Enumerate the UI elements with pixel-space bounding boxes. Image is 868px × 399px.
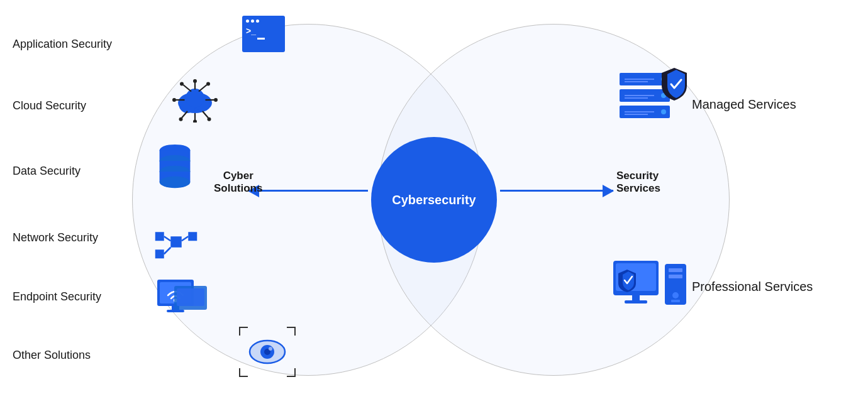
svg-rect-38 [167,310,184,312]
label-network-security: Network Security [13,231,98,244]
arrow-left [248,190,368,192]
svg-point-13 [214,98,218,102]
svg-line-31 [182,236,189,241]
center-circle: Cybersecurity [371,137,497,263]
terminal-icon: >_ [242,16,285,52]
label-application-security: Application Security [13,38,112,51]
endpoint-icon-wrap [154,276,211,326]
svg-point-15 [179,118,183,121]
endpoint-icon [154,276,211,324]
label-other-solutions: Other Solutions [13,349,91,362]
computer-shield-icon [613,261,689,314]
terminal-dot-2 [251,19,254,23]
svg-rect-32 [155,249,164,258]
svg-line-6 [183,85,191,92]
svg-point-54 [661,109,666,114]
svg-point-26 [160,177,191,189]
svg-rect-59 [632,295,640,300]
svg-rect-60 [625,300,647,303]
svg-point-17 [208,118,211,121]
database-icon [156,143,194,190]
label-cloud-security: Cloud Security [13,99,86,112]
label-endpoint-security: Endpoint Security [13,290,101,303]
svg-point-3 [186,89,204,107]
terminal-dot-1 [246,19,249,23]
bracket-bl [239,368,248,377]
svg-line-30 [164,236,171,241]
server-shield-icon-wrap [620,68,689,127]
svg-point-9 [206,82,210,86]
scan-icon-wrap [239,327,296,377]
svg-rect-29 [188,232,197,241]
network-icon [154,220,198,264]
terminal-cursor [257,38,265,40]
svg-rect-65 [671,300,680,302]
cyber-solutions-label: CyberSolutions [214,170,262,195]
label-managed-services: Managed Services [692,97,796,112]
svg-line-8 [199,85,207,92]
terminal-icon-wrap: >_ [242,16,285,52]
security-services-label: SecurityServices [616,170,660,195]
svg-point-5 [193,79,197,83]
cloud-icon-wrap [167,75,223,125]
arrow-right [500,190,613,192]
bracket-br [287,368,296,377]
label-data-security: Data Security [13,165,81,178]
label-professional-services: Professional Services [692,280,813,294]
svg-rect-40 [177,288,204,306]
svg-line-16 [203,111,208,118]
computer-shield-icon-wrap [613,261,689,317]
svg-line-33 [164,248,171,254]
bracket-tl [239,327,248,336]
svg-point-44 [269,347,272,351]
diagram-container: Cybersecurity CyberSolutions SecuritySer… [0,0,868,399]
svg-rect-28 [155,232,164,241]
svg-point-19 [193,120,197,123]
cloud-icon [167,75,223,123]
database-icon-wrap [156,143,194,193]
network-icon-wrap [154,220,198,266]
bracket-tr [287,327,296,336]
svg-rect-62 [669,268,682,272]
terminal-prompt-line: >_ [246,26,256,36]
svg-rect-27 [170,236,182,248]
eye-icon [248,334,286,369]
center-label: Cybersecurity [392,193,476,207]
svg-point-7 [180,82,184,86]
terminal-gt: >_ [246,26,256,36]
terminal-dot-3 [256,19,259,23]
terminal-dots [246,19,259,23]
svg-rect-63 [669,275,682,278]
server-shield-icon [620,68,689,124]
svg-point-11 [172,98,176,102]
scan-wrap [239,327,296,377]
svg-point-64 [672,292,679,298]
